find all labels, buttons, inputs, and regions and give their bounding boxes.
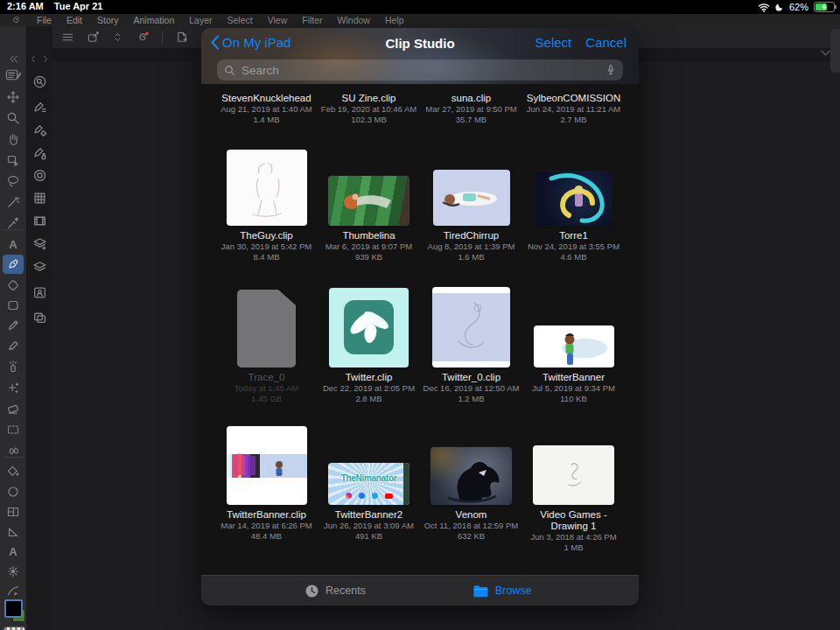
text-tool-icon[interactable]: A <box>0 234 26 254</box>
collapsed-palette-edge[interactable] <box>830 29 840 73</box>
pencil-tool-icon[interactable] <box>0 316 26 335</box>
menu-view[interactable]: View <box>268 15 288 25</box>
status-date: Tue Apr 21 <box>54 1 103 11</box>
menu-story[interactable]: Story <box>97 15 119 25</box>
pen-tool-icon[interactable] <box>3 255 24 274</box>
quick-access-palette-icon[interactable] <box>26 72 52 91</box>
file-item[interactable]: StevenKnucklehead Aug 21, 2019 at 1:40 A… <box>215 88 318 124</box>
new-document-icon[interactable] <box>175 31 188 44</box>
menu-select[interactable]: Select <box>228 15 253 25</box>
cancel-button[interactable]: Cancel <box>585 35 626 50</box>
brush-size-palette-icon[interactable] <box>26 143 52 162</box>
select-button[interactable]: Select <box>536 35 572 50</box>
file-item[interactable]: Video Games - Drawing 1 Jun 3, 2018 at 4… <box>522 425 625 552</box>
figure-tool-icon[interactable] <box>0 296 26 315</box>
toolbar-divider <box>162 31 163 44</box>
menu-filter[interactable]: Filter <box>302 15 322 25</box>
generic-document-thumbnail <box>237 290 296 368</box>
layer-palette-icon[interactable] <box>26 256 52 276</box>
file-item[interactable]: TiredChirrup Aug 8, 2019 at 1:39 PM 1.6 … <box>420 147 522 262</box>
toolbar-menu-icon[interactable] <box>0 65 26 84</box>
menu-help[interactable]: Help <box>385 15 404 25</box>
file-item[interactable]: Twitter_0.clip Dec 16, 2019 at 12:50 AM … <box>420 287 522 403</box>
expand-collapse-icon[interactable] <box>112 31 123 44</box>
battery-icon <box>814 2 835 12</box>
file-item[interactable]: SU Zine.clip Feb 19, 2020 at 10:46 AM 10… <box>318 88 420 124</box>
chevron-down-icon[interactable] <box>820 49 831 57</box>
menu-window[interactable]: Window <box>338 15 370 25</box>
decoration-tool-icon[interactable] <box>0 378 26 397</box>
object-tool-icon[interactable] <box>0 150 26 170</box>
color-wheel-palette-icon[interactable] <box>26 165 52 185</box>
file-item[interactable]: TheGuy.clip Jan 30, 2019 at 5:42 PM 8.4 … <box>215 147 318 262</box>
move-tool-icon[interactable] <box>0 88 26 107</box>
search-field[interactable] <box>217 60 623 80</box>
file-item[interactable]: TheNimanator TwitterBanner2 Jun 26, 2019… <box>318 425 420 552</box>
file-size: 110 KB <box>560 394 586 404</box>
clip-studio-logo-icon[interactable] <box>10 15 22 25</box>
charging-bolt-icon <box>821 3 828 11</box>
facebook-icon <box>359 493 365 499</box>
ellipse-tool-icon[interactable] <box>0 482 26 501</box>
file-item[interactable]: Twitter.clip Dec 22, 2019 at 2:05 PM 2.8… <box>318 287 420 403</box>
file-item[interactable]: Trace_0 Today at 1:45 AM 1.45 GB <box>215 287 318 403</box>
balloon-tool-icon[interactable] <box>0 276 26 295</box>
browse-label: Browse <box>495 584 532 597</box>
frame-border-tool-icon[interactable] <box>0 502 26 522</box>
tab-browse[interactable]: Browse <box>472 576 532 606</box>
navigator-palette-icon[interactable] <box>26 307 52 326</box>
transparent-color-swatch[interactable] <box>4 626 25 630</box>
menu-file[interactable]: File <box>37 15 52 25</box>
file-thumbnail <box>536 172 612 226</box>
file-item[interactable]: suna.clip Mar 27, 2019 at 9:50 PM 35.7 M… <box>420 88 522 124</box>
clip-studio-app-icon[interactable] <box>136 31 150 44</box>
file-item[interactable]: Torre1 Nov 24, 2019 at 3:55 PM 4.6 MB <box>522 147 625 262</box>
file-thumbnail <box>430 447 512 505</box>
file-item[interactable]: TwitterBanner Jul 5, 2019 at 9:34 PM 110… <box>522 287 625 403</box>
fill-tool-icon[interactable] <box>0 462 26 481</box>
menu-layer[interactable]: Layer <box>189 15 212 25</box>
zoom-tool-icon[interactable] <box>0 108 26 128</box>
dictation-mic-icon[interactable] <box>606 63 616 77</box>
timeline-palette-icon[interactable] <box>26 211 52 230</box>
file-size: 1.45 GB <box>251 394 282 404</box>
file-size: 1.6 MB <box>458 252 484 262</box>
selection-area-tool-icon[interactable] <box>0 420 26 439</box>
tab-recents[interactable]: Recents <box>304 576 366 606</box>
pattern-tool-icon[interactable] <box>0 562 26 581</box>
gradient-tool-icon[interactable] <box>0 522 26 542</box>
eraser-tool-icon[interactable] <box>0 399 26 418</box>
file-size: 1.4 MB <box>253 115 279 125</box>
search-input[interactable] <box>240 63 601 78</box>
layer-property-palette-icon[interactable] <box>26 234 52 253</box>
menu-edit[interactable]: Edit <box>66 15 82 25</box>
files-picker-sheet: On My iPad Clip Studio Select Cancel Ste… <box>201 28 639 606</box>
sub-tool-palette-icon[interactable] <box>26 97 52 116</box>
file-item[interactable]: TwitterBanner.clip Mar 14, 2019 at 6:26 … <box>215 425 318 552</box>
edit-canvas-icon[interactable] <box>87 31 100 44</box>
magic-wand-tool-icon[interactable] <box>0 192 26 212</box>
file-item[interactable]: Venom Oct 11, 2018 at 12:59 PM 632 KB <box>420 425 522 552</box>
tool-property-palette-icon[interactable] <box>26 120 52 139</box>
file-name: Trace_0 <box>248 372 285 383</box>
recents-clock-icon <box>304 584 319 598</box>
menu-animation[interactable]: Animation <box>134 15 175 25</box>
marker-tool-icon[interactable] <box>0 336 26 355</box>
file-thumbnail <box>533 445 614 505</box>
file-item[interactable]: SylbeonCOMISSION Jun 24, 2019 at 11:21 A… <box>522 88 625 124</box>
material-palette-icon[interactable] <box>26 283 52 302</box>
airbrush-tool-icon[interactable] <box>0 357 26 376</box>
dock-expand-right-icon[interactable] <box>38 49 52 68</box>
file-name: TwitterBanner.clip <box>227 509 306 521</box>
color-set-palette-icon[interactable] <box>26 188 52 207</box>
hand-tool-icon[interactable] <box>0 130 26 149</box>
correct-line-tool-icon[interactable] <box>0 581 26 600</box>
dock-collapse-left-icon[interactable] <box>26 49 39 68</box>
main-color-swatch[interactable] <box>4 599 23 618</box>
artistic-text-tool-icon[interactable]: A <box>0 542 26 561</box>
lasso-tool-icon[interactable] <box>0 172 26 191</box>
file-item[interactable]: Thumbelina Mar 6, 2019 at 9:07 PM 939 KB <box>318 147 420 262</box>
file-size: 4.6 MB <box>560 252 586 262</box>
command-menu-icon[interactable] <box>61 31 74 44</box>
file-date: Nov 24, 2019 at 3:55 PM <box>528 242 620 252</box>
